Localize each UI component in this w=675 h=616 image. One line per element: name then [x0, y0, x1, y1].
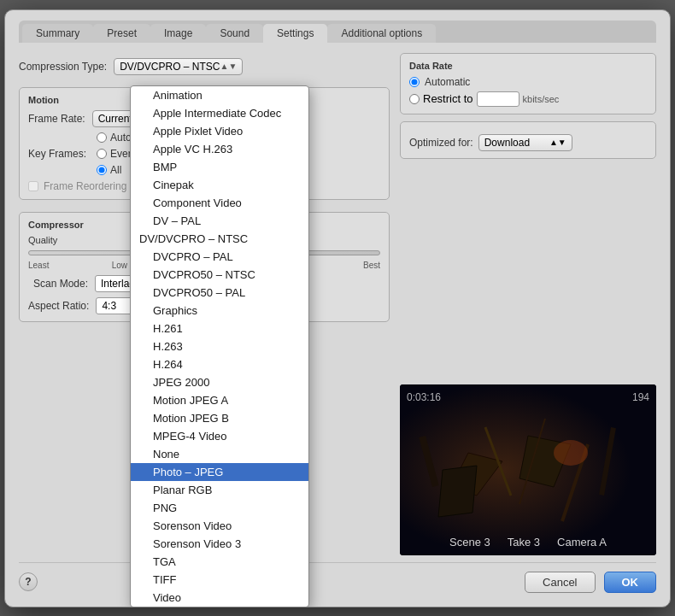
optimized-arrow-icon: ▲▼	[549, 138, 566, 147]
dropdown-item-dv-pal[interactable]: DV – PAL	[131, 212, 308, 230]
key-frames-all-label: All	[110, 164, 121, 176]
key-frames-every-radio[interactable]	[97, 149, 107, 159]
help-button[interactable]: ?	[19, 572, 38, 591]
scan-mode-label: Scan Mode:	[28, 278, 88, 290]
dropdown-item-photo-jpeg[interactable]: Photo – JPEG	[131, 463, 308, 481]
tab-settings[interactable]: Settings	[263, 24, 327, 43]
key-frames-all-radio[interactable]	[97, 165, 107, 175]
dropdown-item-bmp[interactable]: BMP	[131, 158, 308, 176]
tab-summary[interactable]: Summary	[22, 24, 93, 43]
dropdown-item-mjpeg-b[interactable]: Motion JPEG B	[131, 409, 308, 427]
compression-dropdown[interactable]: Animation Apple Intermediate Codec Apple…	[130, 85, 309, 607]
compression-type-label: Compression Type:	[19, 61, 107, 73]
data-rate-section: Data Rate Automatic Restrict to kbits/se…	[400, 53, 656, 114]
ok-button[interactable]: OK	[604, 572, 657, 593]
dropdown-item-h261[interactable]: H.261	[131, 320, 308, 337]
dialog-footer: ? Cancel OK	[19, 562, 656, 596]
dropdown-item-tga[interactable]: TGA	[131, 553, 308, 571]
dropdown-item-h263[interactable]: H.263	[131, 337, 308, 355]
optimized-row: Optimized for: Download ▲▼	[409, 134, 647, 151]
tab-additional[interactable]: Additional options	[327, 24, 436, 43]
optimized-select[interactable]: Download ▲▼	[478, 134, 572, 151]
compression-type-row: Compression Type: DV/DVCPRO – NTSC ▲▼	[19, 53, 390, 80]
right-panel: Data Rate Automatic Restrict to kbits/se…	[400, 53, 656, 555]
kbits-label: kbits/sec	[523, 94, 560, 104]
restrict-to-label: Restrict to	[423, 92, 473, 105]
restrict-row: Restrict to kbits/sec	[409, 91, 647, 107]
compression-type-select[interactable]: DV/DVCPRO – NTSC ▲▼	[114, 58, 243, 75]
dropdown-item-planar-rgb[interactable]: Planar RGB	[131, 481, 308, 499]
dropdown-item-apple-intermediate[interactable]: Apple Intermediate Codec	[131, 104, 308, 122]
data-rate-title: Data Rate	[409, 61, 647, 71]
dropdown-item-video[interactable]: Video	[131, 589, 308, 607]
compression-type-value: DV/DVCPRO – NTSC	[120, 61, 220, 73]
optimized-section: Optimized for: Download ▲▼	[400, 121, 656, 159]
frame-rate-label: Frame Rate:	[28, 113, 85, 125]
tab-sound[interactable]: Sound	[206, 24, 263, 43]
video-timestamp: 0:03:16	[407, 391, 441, 403]
compression-arrow-icon: ▲▼	[220, 62, 238, 71]
dropdown-item-dv-ntsc[interactable]: ✓DV/DVCPRO – NTSC	[131, 230, 308, 248]
automatic-label: Automatic	[425, 76, 470, 88]
key-frames-automatic-radio[interactable]	[97, 132, 107, 143]
video-preview: 0:03:16 194 Scene 3 Take 3 Camera A	[400, 384, 656, 555]
dropdown-item-graphics[interactable]: Graphics	[131, 302, 308, 320]
dropdown-item-jpeg2000[interactable]: JPEG 2000	[131, 373, 308, 391]
automatic-option: Automatic	[409, 76, 647, 88]
dropdown-item-h264[interactable]: H.264	[131, 355, 308, 373]
video-overlay-text: Scene 3 Take 3 Camera A	[449, 536, 607, 549]
dialog: Summary Preset Image Sound Settings Addi…	[4, 9, 671, 607]
footer-buttons: Cancel OK	[525, 572, 656, 593]
dropdown-item-cinepak[interactable]: Cinepak	[131, 176, 308, 194]
dropdown-item-dvcpro-pal[interactable]: DVCPRO – PAL	[131, 248, 308, 266]
dropdown-item-mjpeg-a[interactable]: Motion JPEG A	[131, 391, 308, 409]
dropdown-item-tiff[interactable]: TIFF	[131, 571, 308, 589]
frame-reordering-checkbox[interactable]	[28, 181, 38, 191]
frame-reordering-label: Frame Reordering	[44, 180, 126, 192]
svg-marker-4	[438, 466, 477, 517]
video-number: 194	[632, 391, 649, 403]
optimized-value: Download	[484, 137, 530, 149]
video-svg	[400, 384, 656, 555]
quality-label-least: Least	[28, 261, 49, 270]
automatic-radio[interactable]	[409, 77, 420, 87]
dropdown-item-sorenson[interactable]: Sorenson Video	[131, 517, 308, 535]
tab-bar: Summary Preset Image Sound Settings Addi…	[19, 21, 656, 43]
dropdown-item-animation[interactable]: Animation	[131, 86, 308, 104]
dropdown-item-sorenson3[interactable]: Sorenson Video 3	[131, 535, 308, 553]
key-frames-label: Key Frames:	[28, 148, 86, 160]
frame-rate-value: Current	[98, 113, 132, 125]
tab-image[interactable]: Image	[150, 24, 206, 43]
dropdown-item-apple-vc[interactable]: Apple VC H.263	[131, 140, 308, 158]
dropdown-item-dvcpro50-ntsc[interactable]: DVCPRO50 – NTSC	[131, 266, 308, 284]
video-camera: Camera A	[557, 536, 607, 549]
dropdown-item-png[interactable]: PNG	[131, 499, 308, 517]
video-scene: Scene 3	[449, 536, 490, 549]
tab-preset[interactable]: Preset	[93, 24, 150, 43]
dropdown-item-dvcpro50-pal[interactable]: DVCPRO50 – PAL	[131, 284, 308, 302]
cancel-button[interactable]: Cancel	[525, 572, 595, 593]
aspect-ratio-label: Aspect Ratio:	[28, 300, 89, 312]
restrict-radio[interactable]	[409, 94, 420, 104]
restrict-input[interactable]	[477, 91, 519, 107]
dropdown-item-none[interactable]: None	[131, 445, 308, 463]
quality-label-best: Best	[363, 261, 380, 270]
dropdown-item-apple-pixlet[interactable]: Apple Pixlet Video	[131, 122, 308, 140]
quality-label-low: Low	[112, 261, 127, 270]
video-take: Take 3	[508, 536, 540, 549]
svg-point-10	[554, 440, 588, 466]
dropdown-item-component[interactable]: Component Video	[131, 194, 308, 212]
dropdown-item-mpeg4[interactable]: MPEG-4 Video	[131, 427, 308, 445]
optimized-label: Optimized for:	[409, 137, 473, 149]
